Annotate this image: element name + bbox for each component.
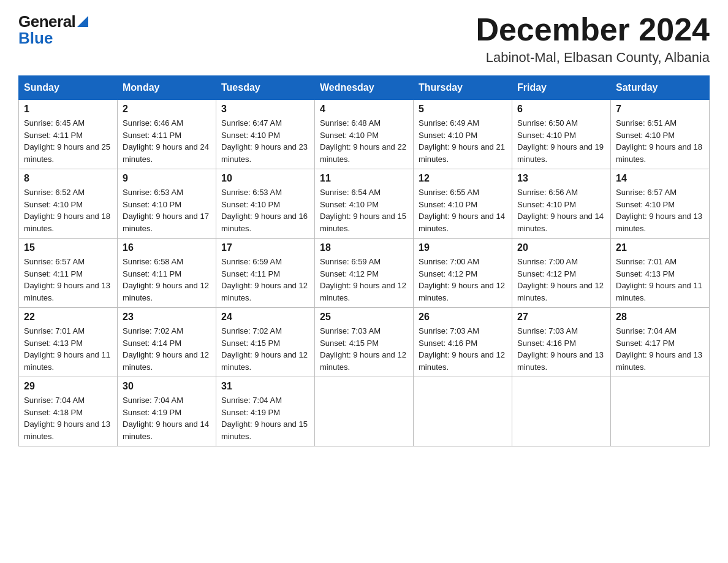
- calendar-cell: 18 Sunrise: 6:59 AM Sunset: 4:12 PM Dayl…: [315, 239, 414, 308]
- day-info: Sunrise: 6:50 AM Sunset: 4:10 PM Dayligh…: [517, 117, 605, 165]
- calendar-cell: 19 Sunrise: 7:00 AM Sunset: 4:12 PM Dayl…: [414, 239, 512, 308]
- day-info: Sunrise: 7:04 AM Sunset: 4:19 PM Dayligh…: [221, 394, 309, 442]
- calendar-cell: 30 Sunrise: 7:04 AM Sunset: 4:19 PM Dayl…: [118, 377, 216, 446]
- day-info: Sunrise: 7:00 AM Sunset: 4:12 PM Dayligh…: [419, 256, 507, 304]
- calendar-cell: [512, 377, 611, 446]
- calendar-week-row: 22 Sunrise: 7:01 AM Sunset: 4:13 PM Dayl…: [19, 308, 710, 377]
- calendar-cell: 7 Sunrise: 6:51 AM Sunset: 4:10 PM Dayli…: [611, 100, 710, 169]
- calendar-week-row: 8 Sunrise: 6:52 AM Sunset: 4:10 PM Dayli…: [19, 169, 710, 239]
- day-info: Sunrise: 6:57 AM Sunset: 4:11 PM Dayligh…: [24, 256, 112, 304]
- calendar-cell: 28 Sunrise: 7:04 AM Sunset: 4:17 PM Dayl…: [611, 308, 710, 377]
- day-number: 1: [24, 104, 112, 115]
- day-number: 9: [123, 173, 211, 184]
- day-info: Sunrise: 6:59 AM Sunset: 4:12 PM Dayligh…: [320, 256, 408, 304]
- day-info: Sunrise: 7:00 AM Sunset: 4:12 PM Dayligh…: [517, 256, 605, 304]
- day-number: 16: [123, 242, 211, 253]
- column-header-sunday: Sunday: [19, 76, 118, 100]
- day-number: 20: [517, 242, 605, 253]
- calendar-cell: 9 Sunrise: 6:53 AM Sunset: 4:10 PM Dayli…: [118, 169, 216, 239]
- title-area: December 2024 Labinot-Mal, Elbasan Count…: [476, 12, 710, 66]
- column-header-tuesday: Tuesday: [216, 76, 315, 100]
- day-info: Sunrise: 6:52 AM Sunset: 4:10 PM Dayligh…: [24, 186, 112, 234]
- calendar-cell: 29 Sunrise: 7:04 AM Sunset: 4:18 PM Dayl…: [19, 377, 118, 446]
- day-info: Sunrise: 6:49 AM Sunset: 4:10 PM Dayligh…: [419, 117, 507, 165]
- day-number: 24: [221, 312, 309, 323]
- calendar-week-row: 1 Sunrise: 6:45 AM Sunset: 4:11 PM Dayli…: [19, 100, 710, 169]
- day-number: 30: [123, 381, 211, 392]
- day-info: Sunrise: 6:56 AM Sunset: 4:10 PM Dayligh…: [517, 186, 605, 234]
- day-number: 10: [221, 173, 309, 184]
- day-number: 11: [320, 173, 408, 184]
- day-number: 3: [221, 104, 309, 115]
- calendar-week-row: 29 Sunrise: 7:04 AM Sunset: 4:18 PM Dayl…: [19, 377, 710, 446]
- page-header: General Blue December 2024 Labinot-Mal, …: [18, 12, 710, 66]
- day-number: 29: [24, 381, 112, 392]
- day-number: 5: [419, 104, 507, 115]
- day-number: 23: [123, 312, 211, 323]
- day-info: Sunrise: 7:02 AM Sunset: 4:15 PM Dayligh…: [221, 325, 309, 373]
- day-number: 8: [24, 173, 112, 184]
- calendar-cell: 12 Sunrise: 6:55 AM Sunset: 4:10 PM Dayl…: [414, 169, 512, 239]
- calendar-cell: 8 Sunrise: 6:52 AM Sunset: 4:10 PM Dayli…: [19, 169, 118, 239]
- calendar-cell: 2 Sunrise: 6:46 AM Sunset: 4:11 PM Dayli…: [118, 100, 216, 169]
- day-info: Sunrise: 6:59 AM Sunset: 4:11 PM Dayligh…: [221, 256, 309, 304]
- calendar-cell: 16 Sunrise: 6:58 AM Sunset: 4:11 PM Dayl…: [118, 239, 216, 308]
- day-number: 22: [24, 312, 112, 323]
- day-info: Sunrise: 7:02 AM Sunset: 4:14 PM Dayligh…: [123, 325, 211, 373]
- calendar-cell: 5 Sunrise: 6:49 AM Sunset: 4:10 PM Dayli…: [414, 100, 512, 169]
- day-number: 12: [419, 173, 507, 184]
- day-info: Sunrise: 6:51 AM Sunset: 4:10 PM Dayligh…: [616, 117, 704, 165]
- day-number: 13: [517, 173, 605, 184]
- day-info: Sunrise: 6:53 AM Sunset: 4:10 PM Dayligh…: [123, 186, 211, 234]
- day-number: 19: [419, 242, 507, 253]
- calendar-cell: 20 Sunrise: 7:00 AM Sunset: 4:12 PM Dayl…: [512, 239, 611, 308]
- calendar-cell: 10 Sunrise: 6:53 AM Sunset: 4:10 PM Dayl…: [216, 169, 315, 239]
- calendar-cell: 27 Sunrise: 7:03 AM Sunset: 4:16 PM Dayl…: [512, 308, 611, 377]
- day-number: 14: [616, 173, 704, 184]
- calendar-cell: 26 Sunrise: 7:03 AM Sunset: 4:16 PM Dayl…: [414, 308, 512, 377]
- calendar-cell: 21 Sunrise: 7:01 AM Sunset: 4:13 PM Dayl…: [611, 239, 710, 308]
- day-info: Sunrise: 6:48 AM Sunset: 4:10 PM Dayligh…: [320, 117, 408, 165]
- calendar-cell: 4 Sunrise: 6:48 AM Sunset: 4:10 PM Dayli…: [315, 100, 414, 169]
- day-info: Sunrise: 6:55 AM Sunset: 4:10 PM Dayligh…: [419, 186, 507, 234]
- calendar-cell: [315, 377, 414, 446]
- calendar-cell: 11 Sunrise: 6:54 AM Sunset: 4:10 PM Dayl…: [315, 169, 414, 239]
- day-number: 25: [320, 312, 408, 323]
- day-info: Sunrise: 6:46 AM Sunset: 4:11 PM Dayligh…: [123, 117, 211, 165]
- calendar-cell: 3 Sunrise: 6:47 AM Sunset: 4:10 PM Dayli…: [216, 100, 315, 169]
- day-number: 21: [616, 242, 704, 253]
- day-info: Sunrise: 7:01 AM Sunset: 4:13 PM Dayligh…: [616, 256, 704, 304]
- calendar-cell: 15 Sunrise: 6:57 AM Sunset: 4:11 PM Dayl…: [19, 239, 118, 308]
- calendar-cell: 1 Sunrise: 6:45 AM Sunset: 4:11 PM Dayli…: [19, 100, 118, 169]
- day-info: Sunrise: 7:04 AM Sunset: 4:17 PM Dayligh…: [616, 325, 704, 373]
- calendar-week-row: 15 Sunrise: 6:57 AM Sunset: 4:11 PM Dayl…: [19, 239, 710, 308]
- calendar-cell: 24 Sunrise: 7:02 AM Sunset: 4:15 PM Dayl…: [216, 308, 315, 377]
- calendar-cell: [611, 377, 710, 446]
- calendar-cell: 22 Sunrise: 7:01 AM Sunset: 4:13 PM Dayl…: [19, 308, 118, 377]
- day-info: Sunrise: 7:03 AM Sunset: 4:15 PM Dayligh…: [320, 325, 408, 373]
- day-number: 2: [123, 104, 211, 115]
- day-info: Sunrise: 7:01 AM Sunset: 4:13 PM Dayligh…: [24, 325, 112, 373]
- column-header-wednesday: Wednesday: [315, 76, 414, 100]
- calendar-cell: 23 Sunrise: 7:02 AM Sunset: 4:14 PM Dayl…: [118, 308, 216, 377]
- day-number: 4: [320, 104, 408, 115]
- calendar-cell: 13 Sunrise: 6:56 AM Sunset: 4:10 PM Dayl…: [512, 169, 611, 239]
- day-number: 28: [616, 312, 704, 323]
- day-info: Sunrise: 6:45 AM Sunset: 4:11 PM Dayligh…: [24, 117, 112, 165]
- day-info: Sunrise: 6:47 AM Sunset: 4:10 PM Dayligh…: [221, 117, 309, 165]
- calendar-cell: 17 Sunrise: 6:59 AM Sunset: 4:11 PM Dayl…: [216, 239, 315, 308]
- day-info: Sunrise: 7:04 AM Sunset: 4:19 PM Dayligh…: [123, 394, 211, 442]
- day-info: Sunrise: 7:04 AM Sunset: 4:18 PM Dayligh…: [24, 394, 112, 442]
- day-info: Sunrise: 6:53 AM Sunset: 4:10 PM Dayligh…: [221, 186, 309, 234]
- day-info: Sunrise: 6:54 AM Sunset: 4:10 PM Dayligh…: [320, 186, 408, 234]
- day-number: 17: [221, 242, 309, 253]
- logo-blue-text: Blue: [18, 29, 88, 48]
- day-info: Sunrise: 7:03 AM Sunset: 4:16 PM Dayligh…: [419, 325, 507, 373]
- column-header-friday: Friday: [512, 76, 611, 100]
- day-info: Sunrise: 6:58 AM Sunset: 4:11 PM Dayligh…: [123, 256, 211, 304]
- calendar-cell: 25 Sunrise: 7:03 AM Sunset: 4:15 PM Dayl…: [315, 308, 414, 377]
- day-number: 6: [517, 104, 605, 115]
- day-number: 31: [221, 381, 309, 392]
- day-info: Sunrise: 7:03 AM Sunset: 4:16 PM Dayligh…: [517, 325, 605, 373]
- column-header-thursday: Thursday: [414, 76, 512, 100]
